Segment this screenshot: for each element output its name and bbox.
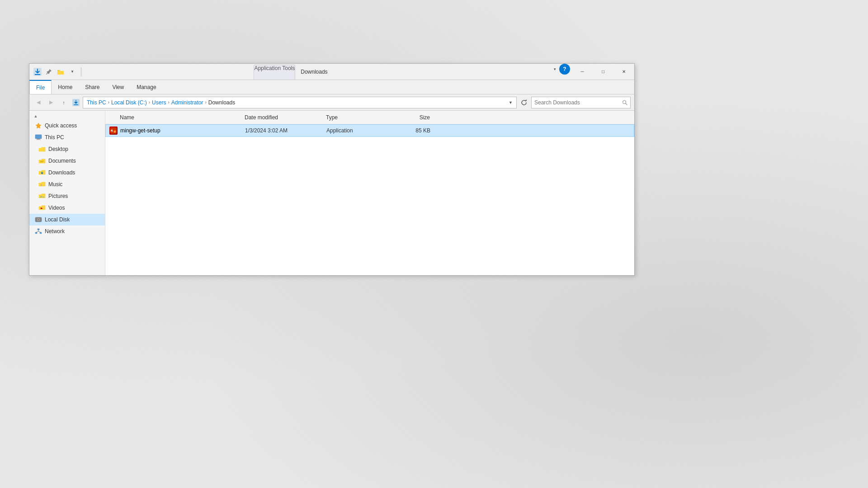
- downloads-folder-icon: [38, 169, 46, 176]
- tab-manage-label: Manage: [137, 84, 156, 90]
- svg-rect-11: [40, 162, 43, 162]
- table-row[interactable]: M mingw-get-setup 1/3/2024 3:02 AM Appli…: [105, 124, 634, 137]
- sidebar-item-music[interactable]: ♫ Music: [29, 178, 105, 190]
- breadcrumb-users[interactable]: Users: [152, 99, 166, 106]
- col-header-date[interactable]: Date modified: [245, 114, 326, 121]
- svg-text:M: M: [111, 129, 113, 133]
- tab-view-label: View: [112, 84, 124, 90]
- breadcrumb-dropdown-btn[interactable]: ▼: [509, 100, 513, 105]
- search-icon: [622, 100, 627, 105]
- file-date: 1/3/2024 3:02 AM: [245, 127, 326, 134]
- sidebar-label-desktop: Desktop: [48, 146, 68, 152]
- sidebar-label-videos: Videos: [48, 205, 65, 211]
- disk-icon: [35, 216, 42, 223]
- breadcrumb-local-disk[interactable]: Local Disk (C:): [111, 99, 147, 106]
- tab-file-label: File: [36, 84, 45, 91]
- sidebar-item-downloads[interactable]: Downloads: [29, 167, 105, 178]
- sidebar: ▲ Quick access: [29, 111, 105, 275]
- column-headers: Name Date modified Type Size: [105, 111, 634, 124]
- breadcrumb-admin[interactable]: Administrator: [171, 99, 203, 106]
- sidebar-item-videos[interactable]: Videos: [29, 202, 105, 214]
- mingw-app-icon: M: [109, 127, 118, 135]
- search-input[interactable]: [534, 99, 622, 106]
- col-header-name[interactable]: Name: [109, 114, 245, 121]
- app-tools-label: Application Tools: [254, 65, 295, 71]
- svg-rect-3: [74, 104, 78, 105]
- collapse-arrow: ▲: [33, 113, 38, 119]
- folder-btn[interactable]: [56, 67, 66, 77]
- col-header-size[interactable]: Size: [394, 114, 430, 121]
- minimize-button[interactable]: ─: [572, 64, 593, 80]
- svg-marker-6: [36, 123, 41, 128]
- sidebar-item-documents[interactable]: Documents: [29, 155, 105, 167]
- title-bar: ▼ Application Tools Downloads ▾ ? ─ □ ✕: [29, 64, 634, 80]
- tab-view[interactable]: View: [106, 80, 130, 94]
- svg-text:♫: ♫: [40, 183, 42, 186]
- sep1: ›: [108, 100, 109, 105]
- videos-folder-icon: [38, 204, 46, 211]
- up-button[interactable]: ↑: [58, 97, 69, 108]
- svg-rect-19: [35, 232, 37, 234]
- pin-btn[interactable]: [44, 67, 54, 77]
- tab-share-label: Share: [85, 84, 99, 90]
- sidebar-label-pictures: Pictures: [48, 193, 68, 199]
- tab-home[interactable]: Home: [52, 80, 79, 94]
- sidebar-item-local-disk[interactable]: Local Disk: [29, 214, 105, 225]
- file-size: 85 KB: [394, 127, 430, 134]
- window-controls: ─ □ ✕: [572, 64, 634, 80]
- svg-rect-8: [37, 139, 40, 140]
- sidebar-item-quick-access[interactable]: Quick access: [29, 120, 105, 131]
- sidebar-item-pictures[interactable]: Pictures: [29, 190, 105, 202]
- sidebar-label-music: Music: [48, 181, 62, 188]
- sidebar-item-this-pc[interactable]: This PC: [29, 131, 105, 143]
- ribbon: File Home Share View Manage: [29, 80, 634, 94]
- title-bar-left: ▼: [29, 64, 254, 80]
- svg-rect-18: [38, 229, 39, 230]
- help-dropdown-btn[interactable]: ▾: [550, 64, 559, 75]
- tab-file[interactable]: File: [29, 80, 52, 94]
- search-box[interactable]: [531, 97, 631, 108]
- col-type-label: Type: [326, 114, 338, 121]
- tab-home-label: Home: [58, 84, 72, 90]
- forward-button[interactable]: ▶: [46, 97, 57, 108]
- sidebar-label-this-pc: This PC: [45, 134, 64, 141]
- tab-manage[interactable]: Manage: [130, 80, 162, 94]
- titlebar-dropdown-btn[interactable]: ▼: [67, 67, 77, 77]
- window-title-text: Downloads: [301, 69, 327, 75]
- sidebar-label-local-disk: Local Disk: [45, 216, 70, 223]
- main-content: ▲ Quick access: [29, 111, 634, 275]
- refresh-button[interactable]: [519, 97, 529, 108]
- app-tools-tab[interactable]: Application Tools: [254, 65, 295, 80]
- breadcrumb-this-pc[interactable]: This PC: [87, 99, 106, 106]
- tab-share[interactable]: Share: [79, 80, 106, 94]
- separator: [81, 67, 81, 76]
- music-folder-icon: ♫: [38, 181, 46, 188]
- desktop-folder-icon: [38, 145, 46, 153]
- address-bar: ◀ ▶ ↑ This PC › Local Disk (C:) › Users …: [29, 94, 634, 111]
- sidebar-label-quick-access: Quick access: [45, 122, 77, 129]
- sidebar-item-desktop[interactable]: Desktop: [29, 143, 105, 155]
- close-button[interactable]: ✕: [613, 64, 634, 80]
- sidebar-label-network: Network: [45, 228, 65, 235]
- file-list: Name Date modified Type Size: [105, 111, 634, 275]
- documents-folder-icon: [38, 157, 46, 164]
- sidebar-item-network[interactable]: Network: [29, 225, 105, 237]
- back-button[interactable]: ◀: [33, 97, 44, 108]
- svg-line-5: [626, 103, 627, 105]
- svg-rect-20: [40, 232, 42, 234]
- sidebar-label-downloads: Downloads: [48, 169, 75, 176]
- file-type: Application: [326, 127, 394, 134]
- sidebar-collapse-header[interactable]: ▲: [29, 113, 105, 120]
- col-header-type[interactable]: Type: [326, 114, 394, 121]
- file-name-cell: M mingw-get-setup: [109, 127, 245, 135]
- network-icon: [35, 228, 42, 235]
- col-date-label: Date modified: [245, 114, 278, 121]
- sep4: ›: [205, 100, 206, 105]
- breadcrumb[interactable]: This PC › Local Disk (C:) › Users › Admi…: [83, 97, 517, 108]
- svg-rect-9: [36, 140, 41, 140]
- help-btn[interactable]: ?: [559, 64, 570, 75]
- sep2: ›: [149, 100, 150, 105]
- pictures-folder-icon: [38, 192, 46, 200]
- file-name: mingw-get-setup: [120, 127, 160, 134]
- maximize-button[interactable]: □: [593, 64, 613, 80]
